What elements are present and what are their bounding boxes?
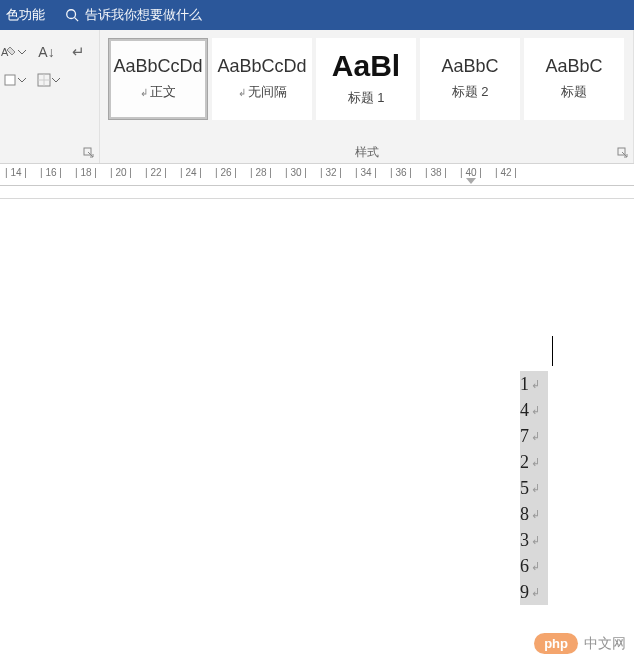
dropdown-icon [51, 75, 61, 85]
paragraph-mark-icon: ↲ [140, 87, 148, 98]
style-preview: AaBbCcDd [217, 57, 306, 75]
ruler-tick: 24 [180, 167, 202, 178]
ruler-tick: 16 [40, 167, 62, 178]
launcher-icon [83, 147, 95, 159]
page-edge [0, 198, 634, 199]
paragraph-buttons: A A↓ ↵ [0, 34, 93, 92]
svg-rect-3 [5, 75, 15, 85]
ruler-tick: 14 [5, 167, 27, 178]
doc-char: 7 [520, 423, 529, 449]
return-mark-icon: ↲ [531, 449, 540, 475]
ruler-tick: 32 [320, 167, 342, 178]
ribbon: A A↓ ↵ [0, 30, 634, 164]
grid-icon [37, 73, 51, 87]
style-item-4[interactable]: AaBbC标题 [524, 38, 624, 120]
ruler-tick: 20 [110, 167, 132, 178]
doc-char: 8 [520, 501, 529, 527]
return-mark-icon: ↲ [531, 553, 540, 579]
doc-char: 6 [520, 553, 529, 579]
ruler-tick: 18 [75, 167, 97, 178]
doc-line[interactable]: 7↲ [520, 423, 540, 449]
doc-line[interactable]: 1↲ [520, 371, 540, 397]
doc-line[interactable]: 2↲ [520, 449, 540, 475]
document-area[interactable]: 1↲4↲7↲2↲5↲8↲3↲6↲9↲ php 中文网 [0, 186, 634, 664]
doc-char: 4 [520, 397, 529, 423]
php-badge: php [534, 633, 578, 654]
paragraph-dialog-launcher[interactable] [83, 147, 95, 159]
dropdown-icon [17, 75, 27, 85]
doc-char: 5 [520, 475, 529, 501]
ruler-tick: 22 [145, 167, 167, 178]
style-preview: AaBbCcDd [113, 57, 202, 75]
styles-group: AaBbCcDd↲正文AaBbCcDd↲无间隔AaBl标题 1AaBbC标题 2… [100, 30, 634, 163]
return-mark-icon: ↲ [531, 475, 540, 501]
style-item-0[interactable]: AaBbCcDd↲正文 [108, 38, 208, 120]
ruler-tick: 36 [390, 167, 412, 178]
paragraph-mark-icon: ↲ [238, 87, 246, 98]
doc-char: 2 [520, 449, 529, 475]
bucket-icon [3, 73, 17, 87]
style-item-3[interactable]: AaBbC标题 2 [420, 38, 520, 120]
launcher-icon [617, 147, 629, 159]
borders-button[interactable] [34, 69, 64, 91]
sort-icon: A↓ [38, 44, 54, 60]
style-item-1[interactable]: AaBbCcDd↲无间隔 [212, 38, 312, 120]
paragraph-marks-button[interactable]: ↵ [65, 41, 93, 63]
style-name: ↲正文 [140, 83, 176, 101]
horizontal-ruler[interactable]: 141618202224262830323436384042 [0, 164, 634, 186]
tell-me-placeholder: 告诉我你想要做什么 [85, 6, 202, 24]
styles-dialog-launcher[interactable] [617, 147, 629, 159]
doc-line[interactable]: 8↲ [520, 501, 540, 527]
ruler-tick: 28 [250, 167, 272, 178]
return-mark-icon: ↲ [531, 527, 540, 553]
ruler-tick: 40 [460, 167, 482, 178]
style-name: 标题 2 [452, 83, 489, 101]
return-mark-icon: ↲ [531, 371, 540, 397]
doc-line[interactable]: 4↲ [520, 397, 540, 423]
return-mark-icon: ↲ [531, 397, 540, 423]
svg-point-0 [67, 10, 76, 19]
paragraph-group: A A↓ ↵ [0, 30, 100, 163]
style-preview: AaBbC [545, 57, 602, 75]
style-name: ↲无间隔 [238, 83, 287, 101]
ruler-tick: 34 [355, 167, 377, 178]
shading-button[interactable] [0, 69, 30, 91]
svg-line-1 [75, 18, 79, 22]
title-bar: 色功能 告诉我你想要做什么 [0, 0, 634, 30]
doc-line[interactable]: 3↲ [520, 527, 540, 553]
style-name: 标题 1 [348, 89, 385, 107]
eraser-icon: A [1, 44, 17, 60]
return-mark-icon: ↲ [531, 423, 540, 449]
tell-me-search[interactable]: 告诉我你想要做什么 [65, 6, 202, 24]
style-preview: AaBbC [441, 57, 498, 75]
clear-formatting-button[interactable]: A [0, 41, 28, 63]
document-content[interactable]: 1↲4↲7↲2↲5↲8↲3↲6↲9↲ [520, 371, 540, 605]
doc-char: 3 [520, 527, 529, 553]
style-name: 标题 [561, 83, 587, 101]
doc-line[interactable]: 6↲ [520, 553, 540, 579]
watermark-text: 中文网 [584, 635, 626, 653]
styles-gallery[interactable]: AaBbCcDd↲正文AaBbCcDd↲无间隔AaBl标题 1AaBbC标题 2… [106, 34, 627, 122]
return-mark-icon: ↲ [531, 501, 540, 527]
doc-char: 9 [520, 579, 529, 605]
style-preview: AaBl [332, 51, 400, 81]
styles-group-label: 样式 [100, 144, 633, 161]
sort-button[interactable]: A↓ [32, 41, 60, 63]
doc-line[interactable]: 5↲ [520, 475, 540, 501]
ruler-indent-marker[interactable] [466, 178, 476, 184]
style-item-2[interactable]: AaBl标题 1 [316, 38, 416, 120]
ruler-tick: 38 [425, 167, 447, 178]
watermark: php 中文网 [534, 633, 626, 654]
dropdown-icon [17, 47, 27, 57]
ruler-tick: 42 [495, 167, 517, 178]
ruler-tick: 26 [215, 167, 237, 178]
ruler-tick: 30 [285, 167, 307, 178]
pilcrow-icon: ↵ [72, 43, 85, 61]
svg-text:A: A [1, 46, 9, 58]
doc-line[interactable]: 9↲ [520, 579, 540, 605]
search-icon [65, 8, 79, 22]
title-fragment: 色功能 [6, 6, 45, 24]
doc-char: 1 [520, 371, 529, 397]
text-cursor [552, 336, 553, 366]
return-mark-icon: ↲ [531, 579, 540, 605]
